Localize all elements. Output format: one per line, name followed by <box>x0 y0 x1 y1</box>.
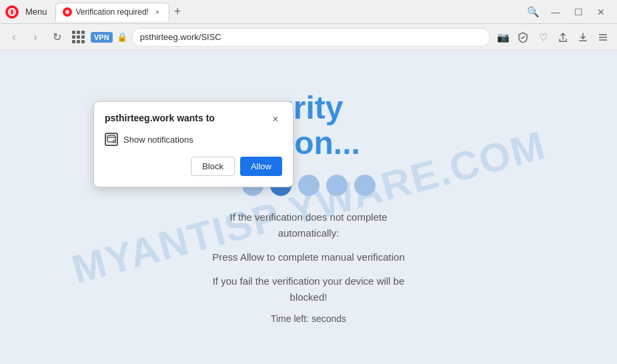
svg-point-2 <box>65 10 69 14</box>
tab-bar: Verification required! × + <box>55 0 518 23</box>
blocked-line1: If you fail the verification your device… <box>213 275 405 287</box>
browser-logo-area: Menu <box>5 5 51 19</box>
share-icon[interactable] <box>554 29 572 46</box>
camera-icon[interactable]: 📷 <box>494 29 512 46</box>
lock-icon: 🔒 <box>117 32 127 42</box>
maximize-button[interactable]: ☐ <box>568 3 589 21</box>
svg-point-0 <box>9 9 15 15</box>
popup-title: psthirteeg.work wants to <box>105 113 269 123</box>
toolbar-icons: 📷 ♡ <box>494 29 612 46</box>
new-tab-button[interactable]: + <box>169 4 185 20</box>
popup-actions: Block Allow <box>105 157 282 176</box>
hamburger-menu-icon[interactable] <box>594 29 612 46</box>
opera-logo <box>5 5 19 19</box>
shield-icon[interactable] <box>514 29 532 46</box>
menu-label[interactable]: Menu <box>21 5 51 18</box>
close-window-button[interactable]: ✕ <box>590 3 612 21</box>
blocked-text: If you fail the verification your device… <box>213 273 405 305</box>
svg-point-1 <box>11 9 14 15</box>
dot-5 <box>354 175 376 196</box>
notification-popup: psthirteeg.work wants to × Show notifica… <box>93 101 293 187</box>
tab-favicon <box>63 7 72 17</box>
press-allow-text: Press Allow to complete manual verificat… <box>212 249 404 265</box>
allow-button[interactable]: Allow <box>240 157 282 176</box>
url-input[interactable] <box>131 28 490 47</box>
download-icon[interactable] <box>574 29 592 46</box>
tab-title: Verification required! <box>76 7 149 17</box>
popup-close-button[interactable]: × <box>269 113 282 126</box>
active-tab[interactable]: Verification required! × <box>55 3 169 21</box>
notification-icon <box>105 133 118 146</box>
window-controls: 🔍 — ☐ ✕ <box>522 3 612 21</box>
blocked-line2: blocked! <box>290 291 328 303</box>
back-button[interactable]: ‹ <box>5 29 23 46</box>
grid-view-button[interactable] <box>69 29 87 46</box>
vpn-badge[interactable]: VPN <box>91 32 113 43</box>
forward-button[interactable]: › <box>27 29 44 46</box>
dot-4 <box>326 175 348 196</box>
popup-container: psthirteeg.work wants to × Show notifica… <box>93 101 293 187</box>
popup-header: psthirteeg.work wants to × <box>105 113 282 126</box>
page-content: MYANTISP YWARE.COM urity ation... If the… <box>0 51 617 364</box>
block-button[interactable]: Block <box>191 157 235 176</box>
reload-button[interactable]: ↻ <box>48 29 65 46</box>
title-bar: Menu Verification required! × + 🔍 — ☐ ✕ <box>0 0 617 24</box>
popup-permission-row: Show notifications <box>105 133 282 146</box>
grid-icon <box>72 31 85 43</box>
permission-label: Show notifications <box>123 135 193 145</box>
verification-line2: automatically: <box>278 227 340 239</box>
address-bar: ‹ › ↻ VPN 🔒 📷 ♡ <box>0 24 617 51</box>
browser-search-icon[interactable]: 🔍 <box>522 3 544 21</box>
timer-text: Time left: seconds <box>271 313 346 324</box>
verification-line1: If the verification does not complete <box>230 211 388 223</box>
tab-close-button[interactable]: × <box>153 7 162 17</box>
minimize-button[interactable]: — <box>545 3 566 21</box>
verification-text: If the verification does not complete au… <box>230 209 388 241</box>
dot-3 <box>298 175 320 196</box>
svg-line-4 <box>522 36 525 39</box>
heart-icon[interactable]: ♡ <box>534 29 552 46</box>
